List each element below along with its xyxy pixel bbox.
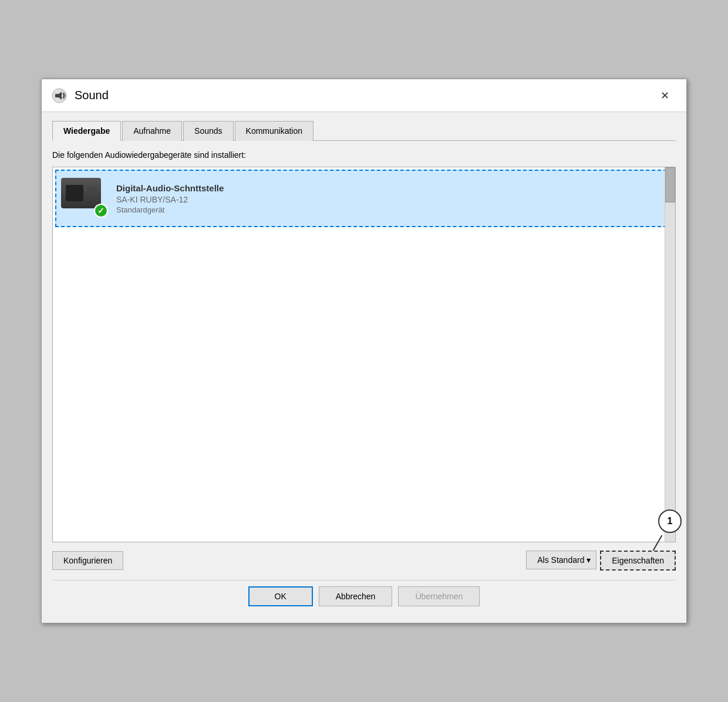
sound-icon	[50, 86, 69, 105]
device-name: Digital-Audio-Schnttstelle	[116, 183, 667, 193]
eigenschaften-button[interactable]: Eigenschaften	[600, 551, 676, 571]
footer-buttons: OK Abbrechen Übernehmen	[52, 580, 676, 612]
device-list[interactable]: ✓ Digital-Audio-Schnttstelle SA-KI RUBY/…	[52, 167, 676, 542]
device-icon-container: ✓	[61, 178, 108, 219]
tab-aufnahme[interactable]: Aufnahme	[122, 121, 182, 141]
device-status: Standardgerät	[116, 205, 667, 214]
right-buttons: Als Standard ▾ 1 Eigenschaften	[526, 551, 676, 571]
ubernehmen-button[interactable]: Übernehmen	[398, 586, 480, 606]
annotation-bubble: 1	[658, 509, 682, 533]
window-title: Sound	[75, 89, 651, 102]
sound-dialog: Sound ✕ Wiedergabe Aufnahme Sounds Kommu…	[41, 79, 687, 623]
scrollbar-thumb[interactable]	[665, 167, 675, 203]
title-bar: Sound ✕	[42, 79, 686, 112]
description-text: Die folgenden Audiowiedergabegeräte sind…	[52, 150, 676, 160]
left-buttons: Konfigurieren	[52, 551, 123, 570]
abbrechen-button[interactable]: Abbrechen	[319, 586, 393, 606]
konfigurieren-button[interactable]: Konfigurieren	[52, 551, 123, 570]
device-item[interactable]: ✓ Digital-Audio-Schnttstelle SA-KI RUBY/…	[55, 170, 673, 227]
device-icon	[61, 178, 101, 208]
dialog-content: Wiedergabe Aufnahme Sounds Kommunikation…	[42, 112, 686, 623]
als-standard-button[interactable]: Als Standard ▾	[526, 551, 596, 569]
tab-kommunikation[interactable]: Kommunikation	[235, 121, 314, 141]
als-standard-label: Als Standard	[537, 555, 584, 565]
bottom-buttons: Konfigurieren Als Standard ▾ 1 Eigenscha…	[52, 551, 676, 571]
als-standard-arrow-icon: ▾	[587, 555, 591, 565]
tab-wiedergabe[interactable]: Wiedergabe	[52, 121, 121, 141]
close-button[interactable]: ✕	[651, 86, 678, 105]
default-check-badge: ✓	[94, 204, 108, 218]
device-model: SA-KI RUBY/SA-12	[116, 195, 667, 204]
scrollbar[interactable]	[665, 167, 675, 542]
device-info: Digital-Audio-Schnttstelle SA-KI RUBY/SA…	[116, 183, 667, 214]
tab-bar: Wiedergabe Aufnahme Sounds Kommunikation	[52, 120, 676, 141]
ok-button[interactable]: OK	[248, 586, 313, 606]
tab-sounds[interactable]: Sounds	[183, 121, 233, 141]
eigenschaften-container: 1 Eigenschaften	[600, 551, 676, 571]
